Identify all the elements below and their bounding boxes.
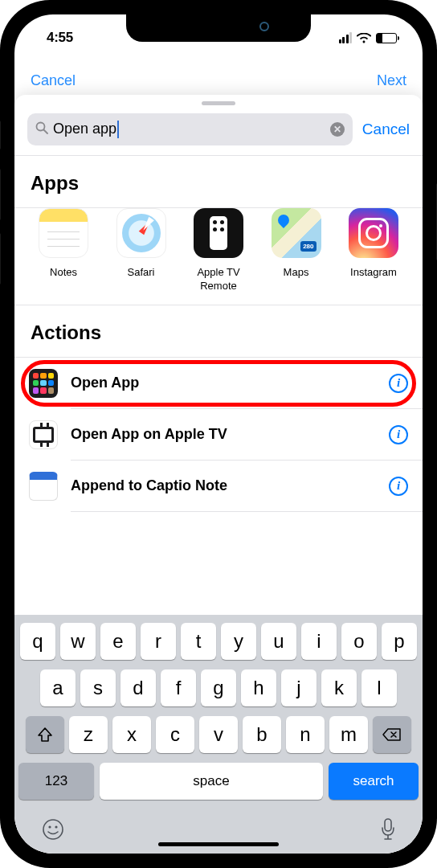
key-l[interactable]: l	[361, 669, 397, 706]
clear-search-button[interactable]: ✕	[330, 122, 345, 137]
key-shift[interactable]	[26, 716, 64, 753]
notes-icon	[39, 208, 88, 258]
key-f[interactable]: f	[161, 669, 196, 706]
instagram-icon	[349, 208, 398, 258]
key-d[interactable]: d	[120, 669, 156, 706]
wifi-icon	[357, 33, 371, 43]
action-open-app[interactable]: Open App i	[14, 358, 423, 409]
key-c[interactable]: c	[156, 716, 194, 753]
key-j[interactable]: j	[281, 669, 317, 706]
key-w[interactable]: w	[60, 623, 96, 660]
status-time: 4:55	[47, 30, 73, 46]
svg-point-2	[43, 820, 63, 839]
key-p[interactable]: p	[382, 623, 417, 660]
cellular-signal-icon	[339, 32, 353, 43]
keyboard-row-3: z x c v b n m	[18, 716, 419, 753]
key-s[interactable]: s	[80, 669, 116, 706]
svg-point-4	[55, 825, 57, 828]
safari-icon	[116, 208, 166, 258]
svg-rect-5	[385, 819, 391, 831]
key-i[interactable]: i	[301, 623, 337, 660]
apps-section-title: Apps	[14, 156, 423, 207]
search-sheet: Open app ✕ Cancel Apps Notes Safari	[14, 95, 423, 854]
actions-section-title: Actions	[14, 305, 423, 357]
dictation-button[interactable]	[380, 817, 396, 847]
key-space[interactable]: space	[100, 763, 323, 800]
apps-row: Notes Safari Apple TV Remote Maps Instag…	[14, 208, 423, 305]
key-n[interactable]: n	[286, 716, 325, 753]
maps-icon	[272, 208, 321, 258]
svg-point-3	[48, 825, 51, 828]
cancel-button[interactable]: Cancel	[362, 121, 410, 138]
key-k[interactable]: k	[321, 669, 357, 706]
key-v[interactable]: v	[199, 716, 238, 753]
open-app-icon	[29, 369, 58, 398]
app-apple-tv-remote[interactable]: Apple TV Remote	[187, 208, 250, 293]
key-123[interactable]: 123	[18, 763, 94, 800]
info-button[interactable]: i	[389, 477, 408, 496]
key-x[interactable]: x	[112, 716, 151, 753]
action-append-captio[interactable]: Append to Captio Note i	[14, 461, 423, 512]
volume-up-button	[0, 169, 1, 220]
home-indicator[interactable]	[158, 842, 279, 846]
mute-switch	[0, 121, 1, 149]
battery-icon	[376, 33, 397, 43]
apple-tv-remote-icon	[194, 208, 243, 258]
key-delete[interactable]	[373, 716, 411, 753]
apple-tv-action-icon	[29, 420, 58, 449]
info-button[interactable]: i	[389, 425, 408, 444]
key-t[interactable]: t	[181, 623, 216, 660]
key-b[interactable]: b	[243, 716, 281, 753]
captio-icon	[29, 472, 58, 501]
key-u[interactable]: u	[261, 623, 296, 660]
sheet-grabber[interactable]	[202, 101, 235, 105]
key-e[interactable]: e	[100, 623, 136, 660]
notch	[126, 14, 311, 42]
key-h[interactable]: h	[241, 669, 276, 706]
keyboard-row-4: 123 space search	[18, 763, 419, 800]
app-notes[interactable]: Notes	[32, 208, 95, 293]
key-q[interactable]: q	[20, 623, 55, 660]
key-y[interactable]: y	[221, 623, 256, 660]
emoji-button[interactable]	[41, 817, 65, 847]
info-button[interactable]: i	[389, 374, 408, 393]
key-r[interactable]: r	[141, 623, 176, 660]
action-open-app-apple-tv[interactable]: Open App on Apple TV i	[14, 409, 423, 461]
app-safari[interactable]: Safari	[110, 208, 173, 293]
svg-line-1	[44, 129, 48, 133]
search-value: Open app	[53, 121, 325, 138]
key-m[interactable]: m	[329, 716, 368, 753]
app-instagram[interactable]: Instagram	[342, 208, 405, 293]
keyboard-row-2: a s d f g h j k l	[18, 669, 419, 706]
key-a[interactable]: a	[40, 669, 76, 706]
app-maps[interactable]: Maps	[265, 208, 328, 293]
keyboard: q w e r t y u i o p a s d f g h	[14, 615, 423, 854]
search-input[interactable]: Open app ✕	[27, 113, 353, 145]
search-icon	[35, 121, 48, 138]
keyboard-row-1: q w e r t y u i o p	[18, 623, 419, 660]
key-search[interactable]: search	[329, 763, 419, 800]
key-z[interactable]: z	[69, 716, 108, 753]
key-o[interactable]: o	[341, 623, 377, 660]
phone-frame: 4:55 Cancel Next Open app ✕	[0, 0, 437, 868]
volume-down-button	[0, 233, 1, 285]
key-g[interactable]: g	[201, 669, 236, 706]
